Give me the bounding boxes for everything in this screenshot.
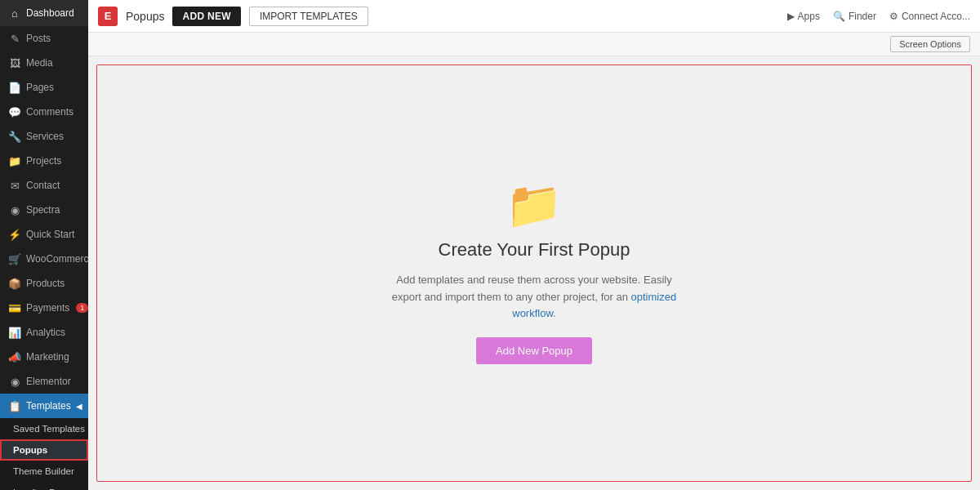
theme-builder-label: Theme Builder: [13, 466, 74, 476]
content-area: 📁 Create Your First Popup Add templates …: [96, 65, 972, 482]
sidebar-item-theme-builder[interactable]: Theme Builder: [0, 461, 88, 482]
sidebar-item-label: Marketing: [26, 351, 69, 363]
sidebar-item-elementor[interactable]: ◉ Elementor: [0, 369, 88, 394]
sidebar-item-woocommerce[interactable]: 🛒 WooCommerce: [0, 247, 88, 271]
elementor-icon: ◉: [8, 375, 21, 388]
sidebar-item-landing-pages[interactable]: Landing Pages: [0, 482, 88, 490]
sidebar-item-label: Quick Start: [26, 229, 74, 240]
sidebar-item-label: Services: [26, 131, 64, 142]
templates-submenu: Saved Templates Popups Theme Builder Lan…: [0, 418, 88, 490]
sidebar-item-label: Analytics: [26, 327, 65, 338]
sidebar-item-label: Contact: [26, 180, 60, 191]
topbar-right: ▶ Apps 🔍 Finder ⚙ Connect Acco...: [787, 11, 970, 22]
apps-icon: ▶: [787, 11, 795, 22]
popups-label: Popups: [13, 445, 47, 455]
sidebar-item-label: Spectra: [26, 204, 60, 216]
marketing-icon: 📣: [8, 350, 21, 363]
screen-options-button[interactable]: Screen Options: [890, 36, 970, 52]
connect-icon: ⚙: [889, 11, 898, 22]
analytics-icon: 📊: [8, 326, 21, 339]
page-title: Popups: [126, 10, 164, 23]
empty-state-title: Create Your First Popup: [439, 239, 630, 261]
comments-icon: 💬: [8, 105, 21, 118]
templates-icon: 📋: [8, 399, 21, 412]
sidebar-item-label: Posts: [26, 33, 51, 44]
folder-icon: 📁: [506, 182, 563, 228]
sidebar-item-marketing[interactable]: 📣 Marketing: [0, 345, 88, 369]
sidebar-item-pages[interactable]: 📄 Pages: [0, 75, 88, 100]
empty-state-description: Add templates and reuse them across your…: [387, 272, 681, 323]
apps-button[interactable]: ▶ Apps: [787, 11, 820, 22]
sidebar-item-services[interactable]: 🔧 Services: [0, 124, 88, 149]
sidebar-item-label: Pages: [26, 82, 54, 93]
sidebar-item-label: Projects: [26, 155, 61, 167]
pages-icon: 📄: [8, 81, 21, 94]
screen-options-bar: Screen Options: [88, 33, 980, 56]
sidebar-item-comments[interactable]: 💬 Comments: [0, 100, 88, 124]
empty-state: 📁 Create Your First Popup Add templates …: [387, 182, 681, 364]
payments-badge: 1: [76, 303, 88, 313]
optimized-workflow-link[interactable]: optimized workflow: [512, 291, 676, 320]
import-templates-button[interactable]: IMPORT TEMPLATES: [249, 7, 368, 26]
sidebar-item-media[interactable]: 🖼 Media: [0, 51, 88, 75]
sidebar-item-payments[interactable]: 💳 Payments 1: [0, 296, 88, 320]
sidebar-item-contact[interactable]: ✉ Contact: [0, 173, 88, 198]
sidebar-item-saved-templates[interactable]: Saved Templates: [0, 418, 88, 439]
sidebar-item-label: Media: [26, 57, 53, 69]
spectra-icon: ◉: [8, 203, 21, 216]
sidebar-item-label: Dashboard: [26, 7, 74, 19]
topbar: E Popups ADD NEW IMPORT TEMPLATES ▶ Apps…: [88, 0, 980, 33]
projects-icon: 📁: [8, 154, 21, 167]
sidebar-item-products[interactable]: 📦 Products: [0, 271, 88, 296]
add-new-button[interactable]: ADD NEW: [172, 7, 240, 26]
posts-icon: ✎: [8, 32, 21, 45]
connect-account-button[interactable]: ⚙ Connect Acco...: [889, 11, 970, 22]
sidebar-item-spectra[interactable]: ◉ Spectra: [0, 198, 88, 222]
sidebar-item-label: Comments: [26, 106, 74, 118]
sidebar-item-projects[interactable]: 📁 Projects: [0, 149, 88, 173]
woocommerce-icon: 🛒: [8, 252, 21, 265]
media-icon: 🖼: [8, 56, 21, 69]
products-icon: 📦: [8, 277, 21, 290]
add-new-popup-button[interactable]: Add New Popup: [476, 337, 592, 364]
sidebar-item-label: WooCommerce: [26, 253, 88, 265]
sidebar-item-popups[interactable]: Popups: [0, 439, 88, 461]
elementor-logo: E: [98, 7, 118, 26]
sidebar-item-dashboard[interactable]: ⌂ Dashboard: [0, 0, 88, 26]
sidebar-item-label: Templates: [26, 400, 71, 412]
quickstart-icon: ⚡: [8, 228, 21, 241]
sidebar-item-templates[interactable]: 📋 Templates ◀: [0, 394, 88, 418]
main-content: E Popups ADD NEW IMPORT TEMPLATES ▶ Apps…: [88, 0, 980, 490]
templates-arrow: ◀: [76, 402, 82, 411]
sidebar-item-posts[interactable]: ✎ Posts: [0, 26, 88, 51]
sidebar-item-analytics[interactable]: 📊 Analytics: [0, 320, 88, 345]
sidebar-item-label: Products: [26, 278, 65, 289]
finder-button[interactable]: 🔍 Finder: [833, 11, 876, 22]
payments-icon: 💳: [8, 301, 21, 314]
saved-templates-label: Saved Templates: [13, 424, 85, 434]
sidebar-item-label: Payments: [26, 302, 69, 314]
finder-icon: 🔍: [833, 11, 845, 22]
contact-icon: ✉: [8, 179, 21, 192]
sidebar: ⌂ Dashboard ✎ Posts 🖼 Media 📄 Pages 💬 Co…: [0, 0, 88, 490]
sidebar-item-quickstart[interactable]: ⚡ Quick Start: [0, 222, 88, 247]
dashboard-icon: ⌂: [8, 7, 21, 20]
sidebar-item-label: Elementor: [26, 376, 71, 387]
services-icon: 🔧: [8, 130, 21, 143]
